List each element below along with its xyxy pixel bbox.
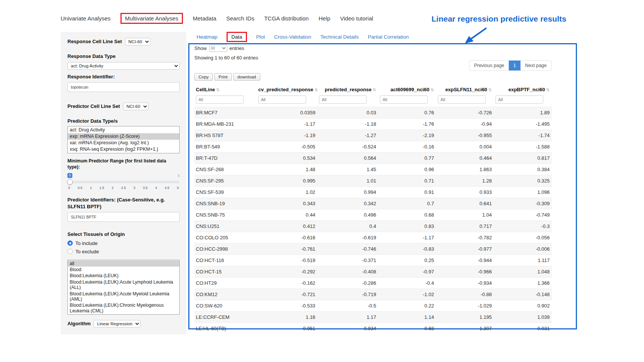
table-row: BR:BT-549-0.505-0.524-0.160.004-1.588 — [194, 141, 552, 153]
tissue-listbox[interactable]: allBloodBlood:Leukemia (LEUK)Blood:Leuke… — [67, 260, 180, 315]
table-row: CNS:SF-5391.020.9940.910.9331.096 — [194, 187, 552, 198]
predictor-type-option-xsq[interactable]: xsq: RNA-seq Expression (log2 FPKM+1.) — [68, 146, 179, 153]
table-row: CNS:SF-2950.9951.010.711.280.325 — [194, 175, 552, 187]
tissue-option[interactable]: Blood — [68, 267, 179, 273]
column-filter-cv-predicted-response[interactable] — [258, 95, 306, 104]
table-cell-value: 0.71 — [378, 175, 436, 187]
table-cell-value: -0.5 — [317, 300, 378, 312]
response-data-type-label: Response Data Type — [67, 53, 180, 60]
table-cell-value: 0.994 — [317, 187, 378, 198]
download-button[interactable]: download — [233, 73, 260, 81]
column-filter-expslfn11-nci60[interactable] — [438, 95, 486, 104]
column-filter-expbptf-nci60[interactable] — [496, 95, 543, 104]
tab-technical-details[interactable]: Technical Details — [320, 34, 359, 40]
slider-max-label: 5 — [178, 174, 180, 178]
table-cell-value: -0.16 — [378, 141, 436, 153]
nav-item-search-ids[interactable]: Search IDs — [226, 15, 254, 22]
table-cell-value: 0.933 — [436, 187, 494, 198]
nav-item-video-tutorial[interactable]: Video tutorial — [340, 15, 373, 22]
tissue-option[interactable]: Blood:Leukemia (LEUK):Chronic Myelogenou… — [68, 302, 179, 314]
slider-tick-label: 1.5 — [99, 186, 104, 190]
tissue-option[interactable]: all — [68, 261, 179, 267]
column-header-act609699-nci60[interactable]: act609699_nci60⇅ — [378, 84, 436, 95]
table-cell-value: 0.91 — [378, 187, 436, 198]
predictor-cell-line-set-select[interactable]: NCI-60 — [123, 103, 148, 110]
copy-button[interactable]: Copy — [194, 73, 213, 81]
slider-track[interactable] — [67, 181, 180, 183]
column-filter-cell — [257, 95, 318, 107]
print-button[interactable]: Print — [214, 73, 232, 81]
table-row: BR:HS 578T-1.19-1.27-2.19-0.955-1.74 — [194, 130, 552, 141]
table-cell-value: -0.056 — [494, 232, 552, 243]
table-cell-value: 0.68 — [378, 323, 436, 334]
sort-icon[interactable]: ⇅ — [546, 87, 550, 92]
column-header-expslfn11-nci60[interactable]: expSLFN11_nci60⇅ — [436, 84, 494, 95]
column-filter-cellline[interactable] — [196, 95, 244, 104]
predictor-data-types-listbox[interactable]: act: Drug Activityexp: mRNA Expression (… — [67, 126, 180, 153]
column-header-expbptf-nci60[interactable]: expBPTF_nci60⇅ — [494, 84, 552, 95]
predictor-type-option-xai[interactable]: xai: mRNA Expression (Avg. log2 Int.) — [68, 140, 179, 146]
tissue-radio-to-exclude[interactable]: To exclude — [67, 249, 180, 254]
radio-label: To include — [75, 240, 98, 246]
column-header-cellline[interactable]: CellLine⇅ — [194, 84, 257, 95]
tab-cross-validation[interactable]: Cross-Validation — [274, 34, 311, 40]
column-header-label: cv_predicted_response — [258, 87, 313, 92]
nav-item-metadata[interactable]: Metadata — [193, 15, 217, 22]
tab-heatmap[interactable]: Heatmap — [197, 34, 217, 40]
predictor-identifiers-input[interactable] — [67, 212, 180, 222]
page: Univariate AnalysesMultivariate Analyses… — [0, 0, 644, 362]
slider-tick-label: 0 — [68, 186, 70, 190]
tissue-option[interactable]: Blood:Leukemia (LEUK) — [68, 273, 179, 279]
current-page-button[interactable]: 1 — [509, 61, 521, 70]
entries-per-page-select[interactable]: 60 — [209, 45, 227, 52]
tissue-option[interactable]: Blood:Leukemia (LEUK):Acute Lymphoid Leu… — [68, 279, 179, 291]
predictor-type-option-exp[interactable]: exp: mRNA Expression (Z-Score) — [68, 133, 179, 140]
radio-icon — [67, 249, 73, 254]
tissue-radio-to-include[interactable]: To include — [67, 240, 180, 246]
column-header-predicted-response[interactable]: predicted_response⇅ — [317, 84, 378, 95]
table-cell-value: 0.25 — [378, 255, 436, 266]
table-cell-value: 1.195 — [436, 312, 494, 323]
slider-handle[interactable] — [67, 179, 73, 185]
response-cell-line-set-select[interactable]: NCI-60 — [125, 38, 150, 45]
tab-data[interactable]: Data — [227, 32, 247, 42]
response-data-type-select[interactable]: act: Drug Activity — [67, 62, 180, 70]
min-predictor-range-slider[interactable]: 0 5 00.511.522.533.544.55 — [67, 173, 180, 193]
column-filter-act609699-nci60[interactable] — [380, 95, 428, 104]
tab-plot[interactable]: Plot — [256, 34, 265, 40]
algorithm-select[interactable]: Linear Regression — [94, 320, 141, 328]
nav-item-tcga-distribution[interactable]: TCGA distribution — [264, 15, 309, 22]
cell-line-name: CO:HCT-116 — [194, 255, 257, 266]
column-filter-predicted-response[interactable] — [319, 95, 367, 104]
nav-item-multivariate-analyses[interactable]: Multivariate Analyses — [120, 13, 183, 24]
sort-icon[interactable]: ⇅ — [488, 87, 492, 92]
cell-line-name: CNS:SF-268 — [194, 164, 257, 175]
tissue-option[interactable]: Blood:Leukemia (LEUK):Acute Myeloid Leuk… — [68, 291, 179, 303]
previous-page-button[interactable]: Previous page — [469, 61, 509, 70]
table-cell-value: -1.588 — [494, 141, 552, 153]
column-header-label: act609699_nci60 — [391, 87, 430, 92]
next-page-button[interactable]: Next page — [521, 61, 551, 70]
top-nav: Univariate AnalysesMultivariate Analyses… — [61, 13, 373, 24]
slider-tick-label: 3.5 — [143, 186, 148, 190]
column-header-label: predicted_response — [325, 87, 372, 92]
cell-line-name: CNS:SF-539 — [194, 187, 257, 198]
nav-item-univariate-analyses[interactable]: Univariate Analyses — [61, 15, 111, 22]
table-cell-value: 0.641 — [436, 198, 494, 209]
table-row: BR:MDA-MB-231-1.17-1.18-1.76-0.94-1.495 — [194, 119, 552, 130]
table-cell-value: -1.27 — [317, 130, 378, 141]
nav-item-help[interactable]: Help — [319, 15, 330, 22]
table-cell-value: 0.03 — [317, 107, 378, 119]
table-cell-value: -0.505 — [257, 141, 318, 153]
response-identifier-input[interactable] — [67, 82, 180, 92]
predictor-type-option-act[interactable]: act: Drug Activity — [68, 127, 179, 133]
tab-partial-correlation[interactable]: Partial Correlation — [368, 34, 409, 40]
sort-icon[interactable]: ⇅ — [314, 87, 318, 92]
column-header-cv-predicted-response[interactable]: cv_predicted_response⇅ — [257, 84, 318, 95]
table-cell-value: 0.4 — [317, 221, 378, 232]
sort-icon[interactable]: ⇅ — [430, 87, 434, 92]
sort-icon[interactable]: ⇅ — [216, 87, 220, 92]
cell-line-name: BR:T-47D — [194, 153, 257, 164]
sort-icon[interactable]: ⇅ — [373, 87, 376, 92]
table-cell-value: 1.01 — [317, 175, 378, 187]
